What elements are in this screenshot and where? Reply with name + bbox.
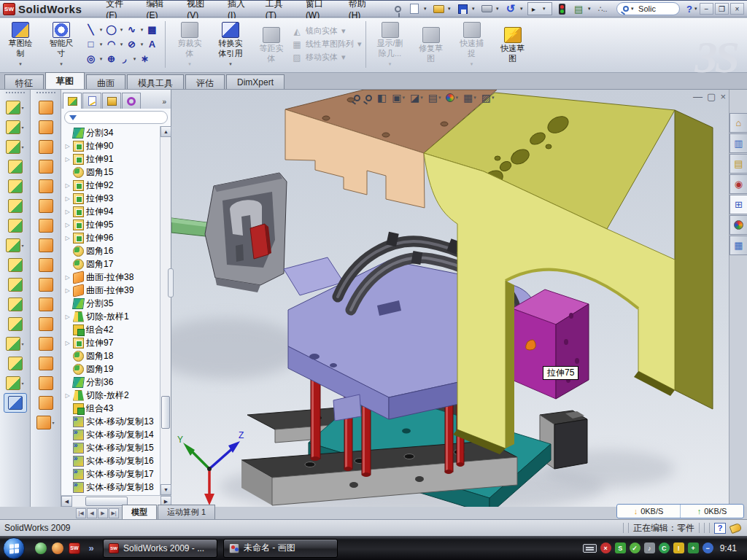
- tool-draft[interactable]: [4, 196, 27, 216]
- help-icon[interactable]: ?: [686, 4, 692, 15]
- expand-icon[interactable]: ▷: [64, 314, 71, 320]
- tool-lofted-surface[interactable]: [34, 157, 58, 176]
- ime-icon[interactable]: ∴..: [595, 2, 610, 15]
- toolbar-grip[interactable]: [36, 92, 55, 95]
- dropdown-icon[interactable]: ▾: [21, 341, 23, 346]
- headsup-zoom-to-area-icon[interactable]: [365, 95, 372, 101]
- tree-item[interactable]: 圆角16: [61, 244, 160, 257]
- tree-item[interactable]: 实体-移动/复制16: [61, 454, 160, 467]
- tree-item[interactable]: 分割34: [61, 126, 160, 139]
- taskpane-tab-design-library[interactable]: ▥: [729, 133, 747, 153]
- tree-item[interactable]: 实体-移动/复制14: [61, 428, 160, 441]
- tree-item[interactable]: 实体-移动/复制17: [61, 467, 160, 481]
- dropdown-icon[interactable]: ▾: [438, 95, 441, 101]
- tool-delete-face[interactable]: [34, 255, 58, 275]
- scroll-down-icon[interactable]: ▼: [160, 484, 171, 495]
- scroll-thumb[interactable]: [161, 396, 170, 429]
- tool-untrim-surface[interactable]: [34, 334, 58, 354]
- tree-filter-input[interactable]: [64, 111, 168, 124]
- start-button[interactable]: [3, 537, 25, 559]
- pin-icon[interactable]: [390, 2, 405, 15]
- dropdown-icon[interactable]: ▾: [402, 95, 405, 101]
- rebuild-icon[interactable]: [554, 2, 569, 15]
- nav-|◀[interactable]: |◀: [76, 508, 86, 518]
- select-tool[interactable]: ▸▾: [527, 2, 552, 15]
- sketch-entity-icon[interactable]: ∗: [139, 52, 151, 65]
- tool-thicken[interactable]: [34, 373, 58, 393]
- tray-security-alert-icon[interactable]: ×: [600, 542, 611, 553]
- panel-splitter[interactable]: [168, 268, 174, 298]
- dropdown-icon[interactable]: ▾: [131, 56, 138, 62]
- dropdown-icon[interactable]: ▾: [118, 42, 125, 47]
- tool-knit-surface[interactable]: [34, 354, 58, 373]
- dropdown-icon[interactable]: ▾: [98, 27, 104, 33]
- panel-tab-dimxpertmanager[interactable]: [122, 93, 141, 109]
- tool-curve-helix[interactable]: ▾: [4, 373, 27, 393]
- tool-spline-curve[interactable]: ▾: [34, 413, 58, 432]
- tree-item[interactable]: 组合43: [61, 402, 160, 415]
- expand-icon[interactable]: ▷: [64, 209, 71, 215]
- tool-extend-surface[interactable]: [34, 295, 58, 314]
- doc-minimize-button[interactable]: —: [693, 91, 703, 102]
- dropdown-icon[interactable]: ▾: [19, 59, 22, 69]
- tab-草图[interactable]: 草图: [45, 72, 85, 89]
- tray-volume-icon[interactable]: ♪: [644, 542, 655, 553]
- tree-item[interactable]: ▷拉伸96: [61, 231, 160, 244]
- minimize-button[interactable]: −: [700, 3, 713, 15]
- taskbar-button-solidworks[interactable]: SWSolidWorks 2009 - ...: [103, 539, 217, 558]
- doc-close-button[interactable]: ×: [720, 91, 726, 102]
- headsup-zoom-to-fit-icon[interactable]: [354, 95, 360, 101]
- restore-button[interactable]: ❐: [715, 3, 729, 15]
- headsup-view-orientation-icon[interactable]: ▣▾: [392, 92, 405, 104]
- tree-item[interactable]: ▷曲面-拉伸39: [61, 284, 160, 297]
- tray-system-update-icon[interactable]: ✓: [630, 542, 640, 553]
- expand-icon[interactable]: ▷: [64, 222, 71, 228]
- sketch-entity-icon[interactable]: ⊘: [125, 38, 138, 50]
- tool-extruded-boss-base[interactable]: ▾: [4, 98, 27, 117]
- tool-loft[interactable]: [4, 157, 27, 176]
- tree-item[interactable]: 分割35: [61, 297, 160, 310]
- tree-item[interactable]: ▷切除-放样1: [61, 310, 160, 323]
- tree-item[interactable]: 实体-移动/复制15: [61, 441, 160, 454]
- sketch-entity-icon[interactable]: □: [85, 38, 97, 50]
- taskpane-tab-file-explorer[interactable]: ▤: [729, 154, 747, 174]
- tag-icon[interactable]: [729, 522, 743, 533]
- dropdown-icon[interactable]: ▾: [52, 420, 54, 425]
- tree-item[interactable]: ▷拉伸97: [61, 336, 160, 349]
- expand-icon[interactable]: ▷: [64, 195, 71, 202]
- dropdown-icon[interactable]: ▾: [139, 27, 145, 33]
- search-input[interactable]: [638, 4, 673, 13]
- close-button[interactable]: ×: [730, 3, 744, 15]
- headsup-view-settings-icon[interactable]: ▨▾: [481, 92, 495, 104]
- tab-评估[interactable]: 评估: [185, 74, 225, 89]
- new-document-icon[interactable]: [407, 2, 422, 15]
- tree-item[interactable]: ▷曲面-拉伸38: [61, 271, 160, 284]
- expand-icon[interactable]: ▷: [64, 182, 71, 189]
- open-icon[interactable]: [431, 2, 446, 15]
- tree-item[interactable]: 组合42: [61, 323, 160, 336]
- panel-tabs-overflow[interactable]: »: [162, 98, 169, 109]
- search-box[interactable]: ▾: [616, 2, 680, 15]
- doc-tab-模型[interactable]: 模型: [122, 505, 157, 519]
- headsup-edit-appearance-icon[interactable]: ▾: [446, 93, 458, 102]
- headsup-hide-show-items-icon[interactable]: ▤▾: [428, 92, 441, 104]
- tool-swept-surface[interactable]: [34, 137, 58, 157]
- sketch-entity-icon[interactable]: ⊕: [105, 52, 117, 65]
- taskbar-button-paint[interactable]: 未命名 - 画图: [223, 539, 338, 558]
- tool-plane[interactable]: [4, 354, 27, 373]
- tree-item[interactable]: ▷拉伸95: [61, 218, 160, 231]
- options-icon[interactable]: ▤: [571, 2, 586, 15]
- tool-extruded-cut[interactable]: ▾: [4, 117, 27, 137]
- panel-tab-propertymanager[interactable]: [82, 93, 101, 109]
- expand-icon[interactable]: ▷: [64, 143, 71, 149]
- tree-item[interactable]: ▷拉伸94: [61, 205, 160, 218]
- toolbar-button-rapid-sketch[interactable]: 快速草图: [492, 18, 533, 70]
- tool-shell[interactable]: [4, 176, 27, 196]
- tray-messenger-tray-icon[interactable]: C: [659, 542, 670, 553]
- toolbar-button-convert-entities[interactable]: 转换实体引用▾: [210, 18, 251, 70]
- headsup-display-style-icon[interactable]: ◪▾: [410, 92, 423, 104]
- tool-revolved-surface[interactable]: [34, 117, 58, 137]
- tool-split[interactable]: [4, 275, 27, 295]
- sketch-entity-icon[interactable]: ∿: [125, 23, 138, 36]
- doc-restore-button[interactable]: ▢: [707, 91, 716, 102]
